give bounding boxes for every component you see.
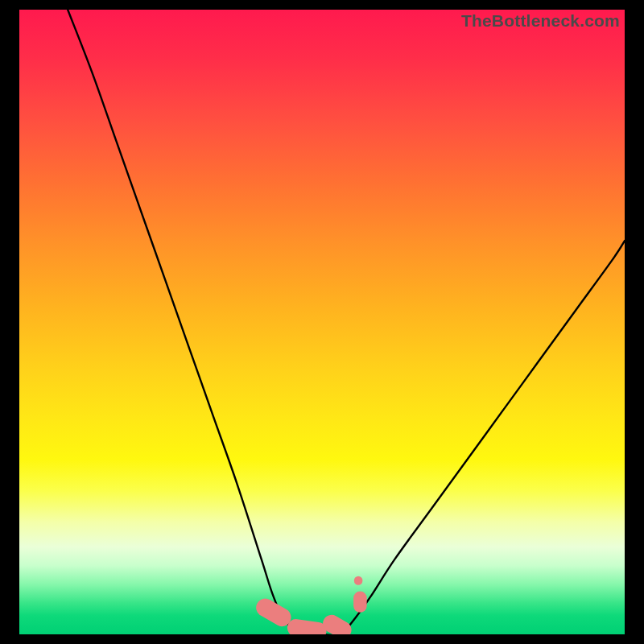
svg-rect-1	[286, 618, 327, 634]
chart-frame: TheBottleneck.com	[0, 0, 644, 644]
watermark-text: TheBottleneck.com	[461, 11, 620, 31]
marker	[286, 618, 327, 634]
curve-layer	[68, 10, 625, 634]
bottleneck-chart	[19, 10, 625, 634]
plot-area	[19, 10, 625, 634]
marker	[353, 591, 367, 612]
bottleneck-curve	[68, 10, 625, 634]
marker	[354, 576, 363, 585]
svg-rect-3	[353, 591, 367, 612]
svg-rect-4	[354, 576, 363, 585]
